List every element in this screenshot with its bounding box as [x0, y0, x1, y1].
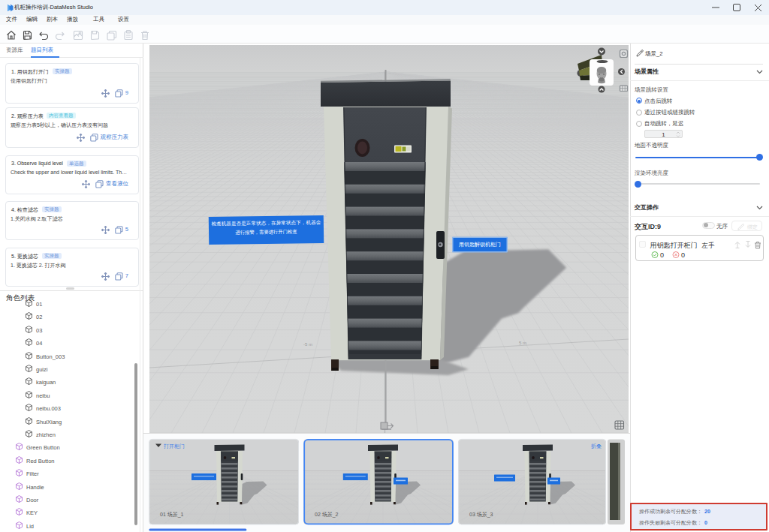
svg-text:5 m: 5 m — [519, 341, 526, 345]
svg-text:0: 0 — [660, 251, 664, 259]
svg-text:打开柜门: 打开柜门 — [163, 443, 185, 449]
svg-text:02 场景_2: 02 场景_2 — [315, 512, 339, 518]
svg-text:03 场景_3: 03 场景_3 — [469, 512, 493, 518]
svg-text:用钥匙解锁机柜门: 用钥匙解锁机柜门 — [459, 242, 501, 248]
svg-text:0: 0 — [681, 251, 685, 259]
svg-text:-5 m: -5 m — [303, 342, 312, 347]
svg-text:折叠: 折叠 — [591, 443, 602, 449]
svg-text:01 场景_1: 01 场景_1 — [160, 512, 184, 518]
